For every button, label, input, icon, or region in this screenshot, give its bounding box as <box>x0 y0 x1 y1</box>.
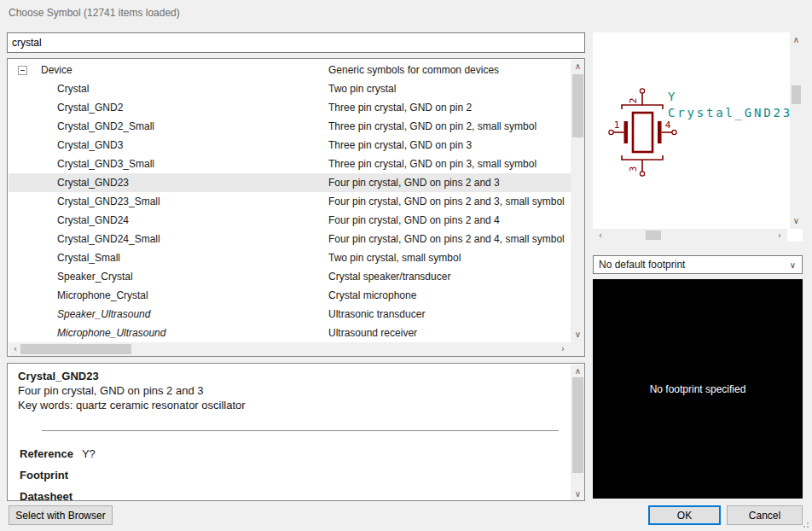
tree-row-description: Three pin crystal, GND on pin 2, small s… <box>328 117 536 136</box>
ok-button[interactable]: OK <box>648 505 721 525</box>
tree-row-label: Device <box>41 61 72 79</box>
detail-field-reference: ReferenceY? <box>20 447 96 460</box>
dialog-title: Choose Symbol (12741 items loaded) <box>9 7 180 19</box>
tree-row-label: Speaker_Ultrasound <box>57 305 150 324</box>
tree-row[interactable]: Speaker_UltrasoundUltrasonic transducer <box>9 305 571 324</box>
footprint-preview-message: No footprint specified <box>650 383 746 395</box>
tree-row[interactable]: Crystal_GND23_SmallFour pin crystal, GND… <box>9 192 571 211</box>
symbol-reference-label: Y <box>668 90 676 103</box>
details-divider <box>42 430 559 431</box>
tree-row-label: Crystal_GND2 <box>57 98 123 117</box>
tree-row[interactable]: Microphone_CrystalCrystal microphone <box>9 286 571 305</box>
tree-row-label: Crystal_Small <box>57 248 120 267</box>
tree-row[interactable]: Crystal_GND24_SmallFour pin crystal, GND… <box>9 230 571 248</box>
tree-row-description: Ultrasonic transducer <box>328 305 425 324</box>
tree-row[interactable]: Crystal_GND3_SmallThree pin crystal, GND… <box>9 155 571 173</box>
tree-row-description: Three pin crystal, GND on pin 3, small s… <box>328 155 536 173</box>
tree-row-description: Three pin crystal, GND on pin 2 <box>328 98 472 117</box>
scrollbar-corner <box>571 342 585 356</box>
tree-row[interactable]: DeviceGeneric symbols for common devices <box>9 61 571 79</box>
resize-grip[interactable] <box>800 519 809 528</box>
tree-row-label: Microphone_Crystal <box>57 286 148 305</box>
scroll-right-icon[interactable]: › <box>556 342 570 356</box>
detail-symbol-name: Crystal_GND23 <box>18 370 99 382</box>
preview-hscrollbar[interactable] <box>593 229 787 242</box>
tree-vscroll-thumb[interactable] <box>572 74 583 137</box>
scroll-up-icon[interactable]: ∧ <box>790 34 803 46</box>
symbol-tree-list: DeviceGeneric symbols for common devices… <box>7 58 585 357</box>
tree-row-description: Generic symbols for common devices <box>328 61 499 79</box>
scroll-down-icon[interactable]: ∨ <box>790 215 803 227</box>
tree-row-label: Crystal_GND23 <box>57 173 129 192</box>
detail-symbol-keywords: Key words: quartz ceramic resonator osci… <box>18 399 246 411</box>
tree-row-description: Crystal speaker/transducer <box>328 267 450 286</box>
collapse-expander-icon[interactable] <box>18 66 27 75</box>
tree-row-description: Four pin crystal, GND on pins 2 and 3, s… <box>328 192 565 211</box>
tree-row-description: Two pin crystal <box>328 79 396 98</box>
crystal-symbol-drawing: 1 2 3 4 Y Crystal_GND23 <box>593 32 790 229</box>
tree-row[interactable]: Crystal_GND3Three pin crystal, GND on pi… <box>9 136 571 155</box>
detail-field-datasheet: Datasheet <box>20 490 72 501</box>
preview-vscrollbar[interactable] <box>790 32 803 229</box>
tree-row-label: Crystal_GND23_Small <box>57 192 160 211</box>
symbol-details-panel: Crystal_GND23 Four pin crystal, GND on p… <box>7 363 585 501</box>
pin-number-1: 1 <box>614 120 620 131</box>
scrollbar-corner <box>787 229 803 242</box>
preview-hscroll-thumb[interactable] <box>646 230 661 240</box>
search-input[interactable] <box>7 32 585 53</box>
tree-row-description: Four pin crystal, GND on pins 2 and 3 <box>328 173 500 192</box>
tree-row[interactable]: Crystal_GND2Three pin crystal, GND on pi… <box>9 98 571 117</box>
choose-symbol-dialog: Choose Symbol (12741 items loaded) Devic… <box>0 0 812 531</box>
tree-row[interactable]: Crystal_GND2_SmallThree pin crystal, GND… <box>9 117 571 136</box>
details-vscroll-thumb[interactable] <box>572 377 583 473</box>
tree-row[interactable]: Speaker_CrystalCrystal speaker/transduce… <box>9 267 571 286</box>
footprint-select[interactable]: No default footprint ∨ <box>593 255 803 274</box>
symbol-preview-panel: 1 2 3 4 Y Crystal_GND23 ∧ ∨ ‹ › <box>593 32 803 242</box>
scroll-down-icon[interactable]: ∨ <box>571 328 585 341</box>
scroll-right-icon[interactable]: › <box>774 229 786 242</box>
scroll-down-icon[interactable]: ∨ <box>571 487 585 500</box>
cancel-button[interactable]: Cancel <box>727 505 803 525</box>
tree-row-description: Crystal microphone <box>328 286 416 305</box>
pin-number-3: 3 <box>628 166 639 172</box>
pin-number-2: 2 <box>628 98 639 104</box>
tree-row[interactable]: Crystal_SmallTwo pin crystal, small symb… <box>9 248 571 267</box>
tree-row-description: Three pin crystal, GND on pin 3 <box>328 136 472 155</box>
select-with-browser-button[interactable]: Select with Browser <box>9 505 113 525</box>
symbol-name-label: Crystal_GND23 <box>668 106 790 120</box>
scroll-up-icon[interactable]: ∧ <box>571 60 585 73</box>
tree-row-description: Four pin crystal, GND on pins 2 and 4, s… <box>328 230 565 248</box>
detail-field-footprint: Footprint <box>20 469 68 481</box>
tree-row-label: Crystal_GND3 <box>57 136 123 155</box>
tree-row-description: Four pin crystal, GND on pins 2 and 4 <box>328 211 500 230</box>
footprint-preview-panel: No footprint specified <box>593 279 803 499</box>
pin-number-4: 4 <box>665 120 671 131</box>
preview-vscroll-thumb[interactable] <box>792 85 801 104</box>
chevron-down-icon: ∨ <box>790 256 796 275</box>
tree-row-label: Crystal_GND24_Small <box>57 230 160 248</box>
scroll-up-icon[interactable]: ∧ <box>571 365 585 377</box>
tree-row-label: Crystal_GND24 <box>57 211 129 230</box>
scroll-left-icon[interactable]: ‹ <box>594 229 606 242</box>
tree-row[interactable]: Crystal_GND23Four pin crystal, GND on pi… <box>9 173 571 192</box>
tree-row[interactable]: Crystal_GND24Four pin crystal, GND on pi… <box>9 211 571 230</box>
tree-row-label: Speaker_Crystal <box>57 267 133 286</box>
footprint-select-value: No default footprint <box>599 259 685 271</box>
tree-row-description: Two pin crystal, small symbol <box>328 248 461 267</box>
tree-row-label: Crystal_GND3_Small <box>57 155 154 173</box>
detail-symbol-description: Four pin crystal, GND on pins 2 and 3 <box>18 384 204 397</box>
tree-row-label: Crystal <box>57 79 89 98</box>
tree-hscroll-thumb[interactable] <box>20 344 131 354</box>
tree-row[interactable]: CrystalTwo pin crystal <box>9 79 571 98</box>
tree-row-label: Crystal_GND2_Small <box>57 117 154 136</box>
